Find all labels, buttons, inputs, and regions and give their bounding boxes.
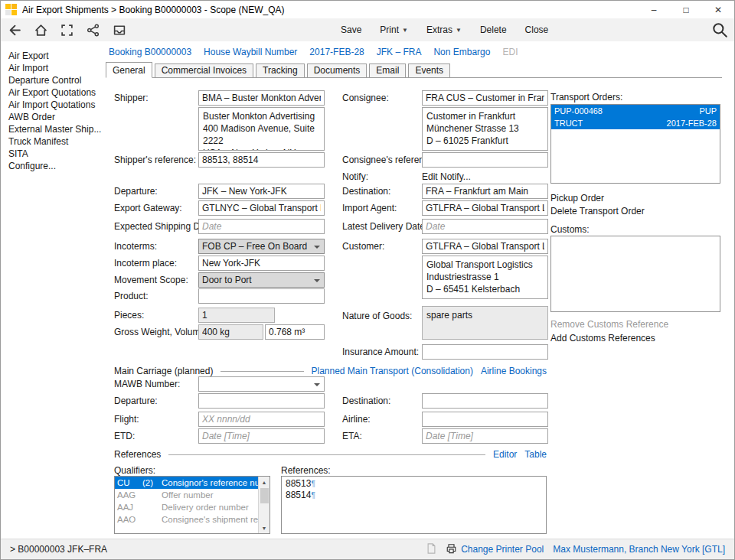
export-gateway-input[interactable]	[198, 200, 325, 216]
tab-commercial-invoices[interactable]: Commercial Invoices	[155, 63, 253, 77]
tab-bar: General Commercial Invoices Tracking Doc…	[106, 62, 722, 78]
sidebar-item-air-export[interactable]: Air Export	[1, 50, 104, 62]
sidebar-item-air-import-quotations[interactable]: Air Import Quotations	[1, 99, 104, 111]
scroll-thumb[interactable]	[260, 488, 269, 503]
add-customs-references-link[interactable]: Add Customs References	[550, 333, 655, 343]
share-icon[interactable]	[87, 24, 100, 37]
sidebar-item-awb-order[interactable]: AWB Order	[1, 111, 104, 123]
mc-destination-input[interactable]	[422, 393, 548, 409]
scroll-up-icon[interactable]: ▲	[259, 477, 270, 487]
incoterms-select[interactable]: FOB CP – Free On Board	[198, 239, 325, 254]
eta-input[interactable]	[422, 428, 548, 444]
change-printer-pool-link[interactable]: Change Printer Pool	[461, 544, 544, 555]
breadcrumb-date[interactable]: 2017-FEB-28	[309, 47, 364, 57]
consignee-label: Consignee:	[342, 93, 389, 103]
minimize-button[interactable]: –	[638, 1, 670, 18]
qualifier-row[interactable]: AAJ Delivery order number	[115, 501, 258, 513]
maximize-button[interactable]: □	[670, 1, 702, 18]
close-button[interactable]: ✕	[702, 1, 734, 18]
transport-order-row[interactable]: PUP-000468 PUP	[551, 105, 720, 117]
product-input[interactable]	[198, 288, 325, 304]
qualifiers-scrollbar[interactable]: ▲ ▼	[258, 477, 270, 533]
airline-bookings-link[interactable]: Airline Bookings	[481, 366, 547, 376]
user-branch-link[interactable]: Max Mustermann, Branch New York [GTL]	[553, 544, 725, 555]
toolbar: Save Print▼ Extras▼ Delete Close	[1, 18, 734, 41]
airline-input[interactable]	[422, 412, 548, 427]
transport-order-row[interactable]: TRUCT 2017-FEB-28	[551, 117, 720, 129]
status-bar: > B00000003 JFK–FRA Change Printer Pool …	[1, 539, 734, 559]
sidebar-item-configure[interactable]: Configure...	[1, 160, 104, 172]
pilcrow-mark: ¶	[311, 491, 315, 500]
incoterm-place-input[interactable]	[198, 256, 325, 271]
transport-orders-label: Transport Orders:	[550, 92, 622, 103]
departure-input[interactable]	[198, 184, 325, 199]
change-printer-pool[interactable]: Change Printer Pool	[446, 543, 544, 556]
scroll-down-icon[interactable]: ▼	[259, 523, 270, 533]
sidebar-item-air-export-quotations[interactable]: Air Export Quotations	[1, 86, 104, 99]
notify-label: Notify:	[342, 171, 368, 182]
mawb-number-select[interactable]	[198, 376, 325, 392]
airline-label: Airline:	[342, 414, 371, 425]
expected-shipping-date-input[interactable]	[198, 219, 325, 234]
tab-email[interactable]: Email	[369, 63, 406, 77]
inbox-icon[interactable]	[113, 24, 126, 37]
shipper-input[interactable]	[198, 90, 325, 106]
customs-list[interactable]	[550, 236, 720, 312]
latest-delivery-date-input[interactable]	[422, 219, 548, 234]
insurance-amount-input[interactable]	[422, 344, 548, 360]
shippers-reference-input[interactable]	[198, 152, 325, 168]
print-menu[interactable]: Print▼	[380, 24, 408, 35]
tab-events[interactable]: Events	[408, 63, 450, 77]
etd-label: ETD:	[114, 431, 135, 441]
qualifier-row[interactable]: AAO Consignee's shipment ref...	[115, 513, 258, 526]
tab-tracking[interactable]: Tracking	[256, 63, 305, 77]
qualifier-row[interactable]: AAG Offer number	[115, 489, 258, 501]
pieces-input	[198, 308, 275, 323]
flight-label: Flight:	[114, 414, 139, 425]
fullscreen-icon[interactable]	[60, 24, 74, 37]
sidebar-item-departure-control[interactable]: Departure Control	[1, 74, 104, 86]
main-carriage-section-header: Main Carriage (planned) Planned Main Tra…	[114, 366, 547, 376]
edit-notify-link[interactable]: Edit Notify...	[422, 171, 471, 182]
references-textarea[interactable]: 88513¶ 88514¶	[281, 476, 547, 534]
sidebar-item-air-import[interactable]: Air Import	[1, 62, 104, 74]
close-menu[interactable]: Close	[525, 24, 549, 35]
volume-input[interactable]	[265, 324, 325, 340]
breadcrumb-booking[interactable]: Booking B00000003	[109, 47, 191, 57]
qualifier-row[interactable]: CU (2) Consignor's reference nu...	[115, 477, 258, 489]
transport-orders-list[interactable]: PUP-000468 PUP TRUCT 2017-FEB-28	[550, 104, 720, 184]
back-icon[interactable]	[8, 24, 21, 37]
delete-menu[interactable]: Delete	[480, 24, 507, 35]
breadcrumb-route[interactable]: JFK – FRA	[377, 47, 422, 57]
destination-input[interactable]	[422, 184, 548, 199]
table-link[interactable]: Table	[524, 449, 547, 460]
pickup-order-link[interactable]: Pickup Order	[550, 193, 604, 203]
save-menu[interactable]: Save	[341, 24, 361, 35]
movement-scope-select[interactable]: Door to Port	[198, 272, 325, 288]
main-content: Booking B00000003 House Waybill Number 2…	[104, 41, 734, 539]
delete-transport-order-link[interactable]: Delete Transport Order	[550, 206, 645, 217]
reference-line: 88513¶	[286, 478, 542, 490]
sidebar-item-sita[interactable]: SITA	[1, 148, 104, 160]
breadcrumb-embargo[interactable]: Non Embargo	[433, 47, 490, 57]
editor-link[interactable]: Editor	[493, 449, 517, 460]
sidebar-item-truck-manifest[interactable]: Truck Manifest	[1, 135, 104, 148]
tab-general[interactable]: General	[106, 62, 152, 78]
tab-documents[interactable]: Documents	[307, 63, 368, 77]
customer-input[interactable]	[422, 239, 548, 254]
qualifiers-list[interactable]: CU (2) Consignor's reference nu... AAG O…	[114, 476, 270, 534]
consignees-reference-input[interactable]	[422, 152, 548, 168]
mc-departure-input[interactable]	[198, 393, 325, 409]
planned-main-transport-link[interactable]: Planned Main Transport (Consolidation)	[312, 366, 473, 376]
breadcrumb-house-waybill[interactable]: House Waybill Number	[204, 47, 297, 57]
flight-input[interactable]	[198, 412, 325, 427]
sidebar-item-external-master[interactable]: External Master Ship...	[1, 123, 104, 135]
home-icon[interactable]	[34, 24, 47, 37]
gross-weight-volume-label: Gross Weight, Volume:	[114, 327, 208, 337]
caret-down-icon: ▼	[402, 27, 408, 34]
import-agent-input[interactable]	[422, 200, 548, 216]
search-icon[interactable]	[711, 21, 728, 41]
extras-menu[interactable]: Extras▼	[426, 24, 462, 35]
etd-input[interactable]	[198, 428, 325, 444]
consignee-input[interactable]	[422, 90, 548, 106]
